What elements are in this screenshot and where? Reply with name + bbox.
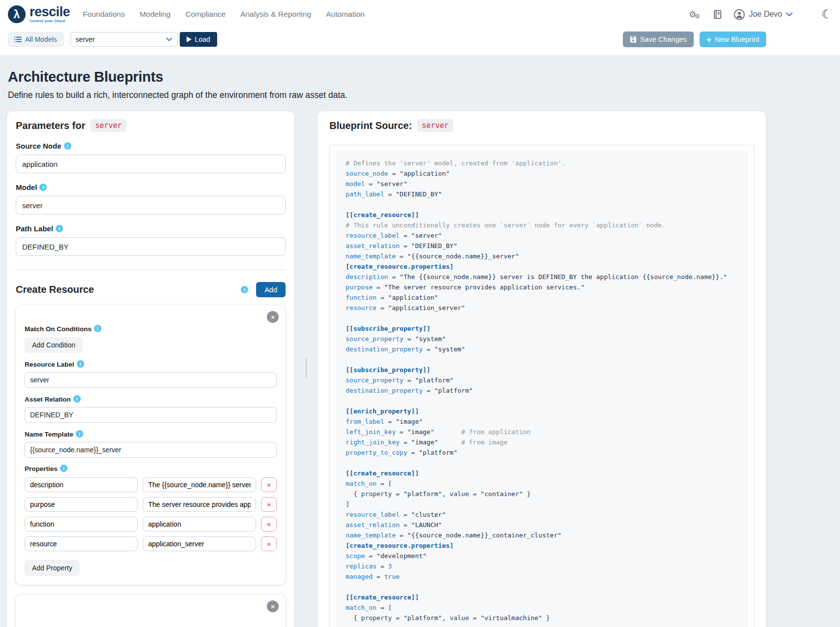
load-button[interactable]: Load xyxy=(180,32,217,47)
card-fields: Resource Labeli Asset Relationi Name Tem… xyxy=(25,360,277,458)
remove-property-button[interactable]: × xyxy=(261,497,277,512)
panel-scrollbar-thumb[interactable] xyxy=(306,358,307,378)
remove-property-button[interactable]: × xyxy=(261,536,277,551)
user-name: Joe Devo xyxy=(749,10,782,19)
code-line: property_to_copy = "platform" xyxy=(346,447,738,458)
nav-item[interactable]: Foundations xyxy=(83,10,125,19)
field-input[interactable] xyxy=(25,442,277,458)
docs-book-icon[interactable] xyxy=(713,10,722,19)
property-rows: × × × × xyxy=(25,477,277,551)
info-icon[interactable]: i xyxy=(76,430,83,438)
field-input[interactable] xyxy=(16,196,286,215)
app-logo: λ rescile Control your Cloud xyxy=(8,5,70,23)
code-line: # Defines the 'server' model, created fr… xyxy=(346,158,738,168)
code-line xyxy=(346,396,738,406)
info-icon[interactable]: i xyxy=(241,286,248,293)
code-line: asset_relation = "DEFINED_BY" xyxy=(346,241,738,251)
nav-item[interactable]: Analysis & Reporting xyxy=(240,10,311,19)
remove-property-button[interactable]: × xyxy=(261,477,277,492)
code-line: right_join_key = "image" # from image xyxy=(346,437,738,447)
form-field: Asset Relationi xyxy=(25,395,277,423)
code-line: [[enrich_property]] xyxy=(346,406,738,416)
add-property-button[interactable]: Add Property xyxy=(25,560,80,576)
code-line: resource = "application_server" xyxy=(346,303,738,313)
code-line: # This rule unconditionally creates one … xyxy=(346,220,738,230)
code-line: asset_relation = "LAUNCH" xyxy=(346,520,738,530)
match-on-conditions-label: Match On Conditionsi xyxy=(25,325,277,333)
code-line: left_join_key = "image" # from applicati… xyxy=(346,427,738,437)
property-value-input[interactable] xyxy=(143,477,256,492)
add-condition-button[interactable]: Add Condition xyxy=(25,337,83,353)
property-key-input[interactable] xyxy=(25,517,138,532)
add-resource-button[interactable]: Add xyxy=(256,282,286,297)
form-field: Resource Labeli xyxy=(25,360,277,388)
code-lines: # Defines the 'server' model, created fr… xyxy=(336,151,748,627)
page-content: Architecture Blueprints Define rules to … xyxy=(0,55,766,627)
code-line: source_property = "system" xyxy=(346,334,738,344)
field-input[interactable] xyxy=(16,237,286,256)
code-line xyxy=(346,582,738,592)
code-line: replicas = 3 xyxy=(346,561,738,571)
code-line: destination_property = "platform" xyxy=(346,385,738,396)
code-line: name_template = "{{source_node.name}}_se… xyxy=(346,251,738,261)
info-icon[interactable]: i xyxy=(64,142,71,150)
form-field: Source Nodei xyxy=(16,142,286,173)
list-icon xyxy=(14,36,22,42)
code-line: [create_resource.properties] xyxy=(346,540,738,551)
field-label: Path Label xyxy=(16,224,53,233)
blueprint-code-frame: # Defines the 'server' model, created fr… xyxy=(329,145,754,627)
property-key-input[interactable] xyxy=(25,536,138,551)
code-line: scope = "development" xyxy=(346,551,738,561)
play-icon xyxy=(187,36,192,42)
code-line: source_property = "platform" xyxy=(346,375,738,385)
field-input[interactable] xyxy=(25,407,277,423)
property-key-input[interactable] xyxy=(25,477,138,492)
chevron-down-icon xyxy=(786,12,793,17)
parameter-fields: Source Nodei Modeli Path Labeli xyxy=(16,142,286,256)
model-badge: server xyxy=(417,119,453,132)
create-resource-heading: Create Resource xyxy=(16,284,94,295)
property-row: × xyxy=(25,477,277,492)
info-icon[interactable]: i xyxy=(94,325,101,332)
info-icon[interactable]: i xyxy=(60,465,67,472)
all-models-button[interactable]: All Models xyxy=(8,32,64,47)
code-line: match_on = [ xyxy=(346,478,738,489)
info-icon[interactable]: i xyxy=(39,184,47,191)
page-subtitle: Define rules to build a rich, interconne… xyxy=(8,90,766,100)
code-line: [[subscribe_property]] xyxy=(346,365,738,375)
field-input[interactable] xyxy=(16,155,286,173)
dark-mode-toggle-moon-icon[interactable]: ☾ xyxy=(821,8,832,20)
code-line: { property = "platform", value = "contai… xyxy=(346,489,738,499)
property-value-input[interactable] xyxy=(143,497,256,512)
model-toolbar: All Models server Load xyxy=(0,29,840,55)
nav-item[interactable]: Automation xyxy=(326,10,364,19)
field-input[interactable] xyxy=(25,372,277,388)
info-icon[interactable]: i xyxy=(56,225,63,232)
model-select[interactable]: server xyxy=(70,32,178,47)
property-row: × xyxy=(25,517,277,532)
settings-gear-icon[interactable]: ⚙⚙ xyxy=(689,9,702,20)
save-changes-button[interactable]: Save Changes xyxy=(623,31,694,47)
close-icon[interactable]: × xyxy=(267,600,279,612)
create-resource-card: × Match On Conditionsi Add Condition Res… xyxy=(16,305,286,585)
nav-item[interactable]: Modeling xyxy=(139,10,170,19)
info-icon[interactable]: i xyxy=(77,360,84,368)
property-value-input[interactable] xyxy=(143,536,256,551)
remove-property-button[interactable]: × xyxy=(261,517,277,532)
field-label: Resource Label xyxy=(25,361,74,368)
nav-item[interactable]: Compliance xyxy=(185,10,226,19)
code-line: model = "server" xyxy=(346,179,738,189)
floppy-disk-icon xyxy=(630,36,637,43)
info-icon[interactable]: i xyxy=(73,395,81,403)
code-line: function = "application" xyxy=(346,292,738,303)
create-resource-card: × xyxy=(16,595,286,627)
code-line xyxy=(346,458,738,468)
property-value-input[interactable] xyxy=(143,517,256,532)
code-line: [[subscribe_property]] xyxy=(346,323,738,334)
user-menu[interactable]: Joe Devo xyxy=(734,9,793,20)
new-blueprint-button[interactable]: + New Blueprint xyxy=(700,31,766,47)
parameters-heading: Parameters for xyxy=(16,120,85,131)
property-key-input[interactable] xyxy=(25,497,138,512)
code-line xyxy=(346,199,738,210)
close-icon[interactable]: × xyxy=(267,311,279,323)
